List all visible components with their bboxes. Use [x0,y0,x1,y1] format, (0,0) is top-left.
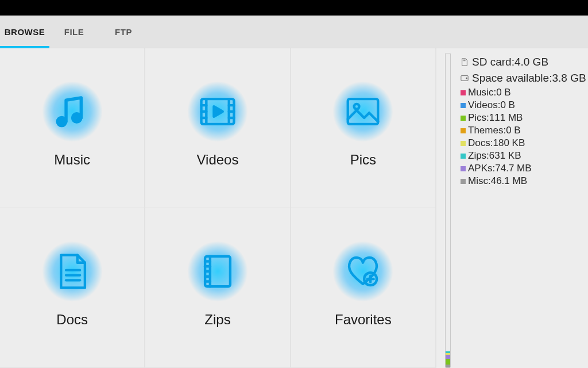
svg-point-0 [57,117,65,125]
swatch [461,90,466,95]
sd-card-row: SD card:4.0 GB [461,54,588,70]
pics-icon [328,77,397,146]
svg-point-12 [354,103,359,109]
stat-apks: APKs:74.7 MB [461,162,588,175]
category-videos[interactable]: Videos [145,48,291,208]
stat-text: Music:0 B [468,86,511,99]
stat-zips: Zips:631 KB [461,150,588,162]
space-available-label: Space available:3.8 GB [472,70,586,86]
space-available-row: Space available:3.8 GB [461,70,588,86]
tab-browse[interactable]: BROWSE [0,16,49,48]
category-grid: Music Videos [0,48,436,368]
status-bar [0,0,588,16]
stat-themes: Themes:0 B [461,124,588,137]
stat-text: Videos:0 B [468,99,515,112]
category-label: Zips [204,312,230,328]
swatch [461,116,466,121]
content: Music Videos [0,48,588,368]
swatch [461,103,466,108]
drive-icon [461,74,469,82]
favorites-icon [328,237,397,306]
docs-icon [38,237,107,306]
stat-videos: Videos:0 B [461,99,588,112]
swatch [461,154,466,159]
category-label: Docs [56,312,88,328]
category-docs[interactable]: Docs [0,208,145,368]
music-icon [38,77,107,146]
sd-card-icon [461,58,469,66]
tab-label: FILE [64,27,84,37]
svg-rect-11 [348,99,378,124]
category-label: Videos [197,152,239,168]
stat-pics: Pics:111 MB [461,112,588,124]
stat-text: Misc:46.1 MB [468,175,527,187]
swatch [461,166,466,171]
tab-label: FTP [115,27,132,37]
stat-text: Pics:111 MB [468,112,523,124]
storage-bar [445,53,451,368]
svg-point-1 [72,113,81,122]
sd-card-label: SD card:4.0 GB [472,54,548,70]
zips-icon [183,237,252,306]
stat-docs: Docs:180 KB [461,137,588,150]
category-label: Music [54,152,90,168]
storage-seg-apks [446,355,450,359]
category-pics[interactable]: Pics [291,48,436,208]
stat-text: Themes:0 B [468,124,521,137]
category-favorites[interactable]: Favorites [291,208,436,368]
category-zips[interactable]: Zips [145,208,291,368]
storage-info: SD card:4.0 GB Space available:3.8 GB Mu… [459,48,588,368]
stat-misc: Misc:46.1 MB [461,175,588,187]
category-label: Pics [350,152,376,168]
category-label: Favorites [335,312,392,328]
swatch [461,128,466,133]
stat-text: Zips:631 KB [468,150,521,162]
storage-seg-pics [446,359,450,365]
category-music[interactable]: Music [0,48,145,208]
stat-text: APKs:74.7 MB [468,162,532,175]
storage-bar-zone [436,48,459,368]
tab-ftp[interactable]: FTP [99,16,148,48]
tab-file[interactable]: FILE [49,16,99,48]
storage-panel: SD card:4.0 GB Space available:3.8 GB Mu… [436,48,588,368]
tab-bar: BROWSE FILE FTP [0,16,588,48]
videos-icon [183,77,252,146]
stat-text: Docs:180 KB [468,137,525,150]
svg-point-30 [466,78,467,79]
stat-music: Music:0 B [461,86,588,99]
swatch [461,141,466,146]
swatch [461,179,466,184]
tab-label: BROWSE [5,27,45,37]
storage-seg-misc [446,365,450,367]
